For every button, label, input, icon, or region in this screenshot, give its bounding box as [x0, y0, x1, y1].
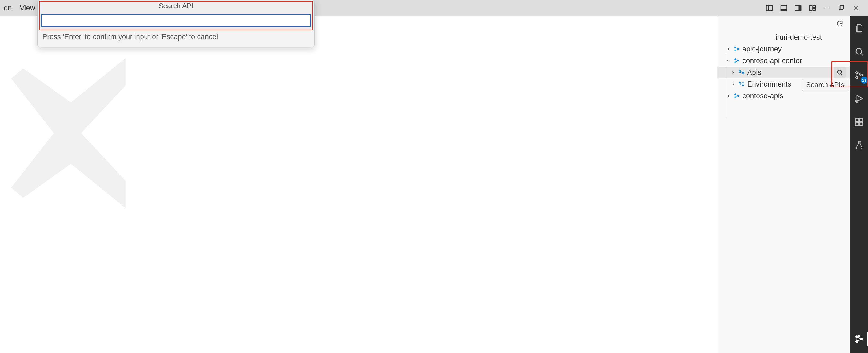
tree-row-apis[interactable]: Apis [717, 67, 850, 78]
window-close-button[interactable] [850, 2, 862, 14]
tree-label: Apis [747, 68, 761, 77]
vscode-logo-watermark [0, 48, 176, 218]
svg-line-43 [861, 54, 863, 56]
tree-label-root: iruri-demo-test [775, 33, 822, 41]
source-control-badge: 19 [861, 77, 868, 83]
svg-rect-9 [813, 8, 815, 11]
svg-point-38 [735, 96, 736, 98]
refresh-icon[interactable] [834, 19, 845, 29]
svg-rect-49 [856, 118, 859, 122]
search-apis-button[interactable] [834, 67, 846, 78]
svg-rect-4 [781, 9, 787, 11]
layout-toggle-icon[interactable] [807, 2, 818, 14]
chevron-right-icon[interactable] [730, 69, 736, 75]
panel-header [717, 16, 850, 31]
svg-point-15 [735, 46, 736, 48]
main-area: iruri-demo-test apic-journey [0, 16, 868, 353]
quick-input-hint: Press 'Enter' to confirm your input or '… [38, 30, 314, 47]
api-center-icon [733, 93, 740, 99]
svg-point-39 [737, 95, 739, 97]
chevron-right-icon[interactable] [730, 81, 736, 87]
svg-point-17 [737, 48, 739, 50]
svg-line-24 [736, 61, 738, 62]
activity-api-center-icon[interactable] [852, 332, 866, 346]
api-center-icon [733, 57, 740, 64]
quick-input-title: Search API [38, 0, 314, 11]
svg-line-19 [736, 49, 738, 50]
svg-point-16 [735, 49, 736, 51]
layout-left-sidebar-icon[interactable] [764, 2, 775, 14]
svg-point-42 [856, 48, 862, 54]
svg-rect-51 [860, 122, 863, 126]
quick-input-palette: Search API Press 'Enter' to confirm your… [37, 0, 315, 47]
chevron-right-icon[interactable] [725, 46, 731, 52]
svg-point-46 [861, 74, 863, 76]
svg-line-18 [736, 48, 738, 49]
tree-label: contoso-apis [742, 92, 783, 100]
window-minimize-button[interactable] [821, 2, 833, 14]
svg-rect-12 [840, 5, 844, 9]
tree-guide-line [726, 55, 726, 118]
activity-explorer-icon[interactable] [852, 21, 866, 35]
svg-point-22 [737, 60, 739, 62]
svg-line-58 [857, 337, 861, 339]
svg-rect-8 [813, 5, 815, 8]
tree-label: apic-journey [742, 45, 782, 53]
tree-label: contoso-api-center [742, 57, 802, 65]
tooltip-text: Search APIs [806, 81, 844, 89]
svg-line-23 [736, 60, 738, 61]
titlebar-right-controls [764, 2, 868, 14]
window-maximize-button[interactable] [835, 2, 847, 14]
tree-row-contoso-apis[interactable]: contoso-apis [717, 90, 850, 102]
svg-rect-7 [810, 5, 812, 11]
svg-rect-6 [799, 5, 801, 11]
gear-list-icon [738, 69, 745, 76]
activity-testing-icon[interactable] [852, 138, 866, 152]
activity-extensions-icon[interactable] [852, 115, 866, 129]
chevron-down-icon[interactable] [725, 58, 731, 64]
layout-bottom-panel-icon[interactable] [778, 2, 789, 14]
svg-point-20 [735, 58, 736, 60]
activity-bar: 19 [850, 16, 868, 353]
quick-input-field[interactable] [41, 14, 311, 27]
svg-point-44 [856, 72, 858, 74]
svg-point-57 [859, 336, 860, 337]
svg-rect-50 [856, 122, 859, 126]
svg-point-30 [837, 70, 841, 74]
tree-row-contoso-api-center[interactable]: contoso-api-center [717, 55, 850, 67]
azure-api-center-panel: iruri-demo-test apic-journey [717, 16, 850, 353]
svg-line-40 [736, 95, 738, 96]
activity-source-control-icon[interactable]: 19 [852, 68, 866, 82]
svg-line-41 [736, 96, 738, 97]
tree-row-root[interactable]: iruri-demo-test [717, 31, 850, 43]
editor-empty-area [0, 16, 717, 353]
svg-point-37 [735, 94, 736, 95]
svg-rect-52 [860, 118, 863, 122]
activity-search-icon[interactable] [852, 45, 866, 59]
menu-item-partial[interactable]: on [2, 3, 13, 13]
svg-line-59 [857, 340, 861, 341]
menu-item-view[interactable]: View [18, 3, 37, 13]
activity-run-debug-icon[interactable] [852, 92, 866, 105]
chevron-right-icon[interactable] [725, 93, 731, 99]
layout-right-sidebar-icon[interactable] [792, 2, 804, 14]
svg-rect-0 [766, 5, 773, 11]
api-center-tree: iruri-demo-test apic-journey [717, 31, 850, 102]
svg-point-21 [735, 61, 736, 63]
gear-list-icon [738, 81, 745, 87]
api-center-icon [733, 45, 740, 52]
svg-point-45 [856, 76, 858, 78]
svg-point-26 [740, 71, 741, 72]
tree-label: Environments [747, 80, 791, 89]
svg-line-31 [841, 74, 842, 75]
search-apis-tooltip: Search APIs [802, 79, 848, 91]
tree-row-apic-journey[interactable]: apic-journey [717, 43, 850, 55]
svg-point-33 [740, 83, 741, 83]
